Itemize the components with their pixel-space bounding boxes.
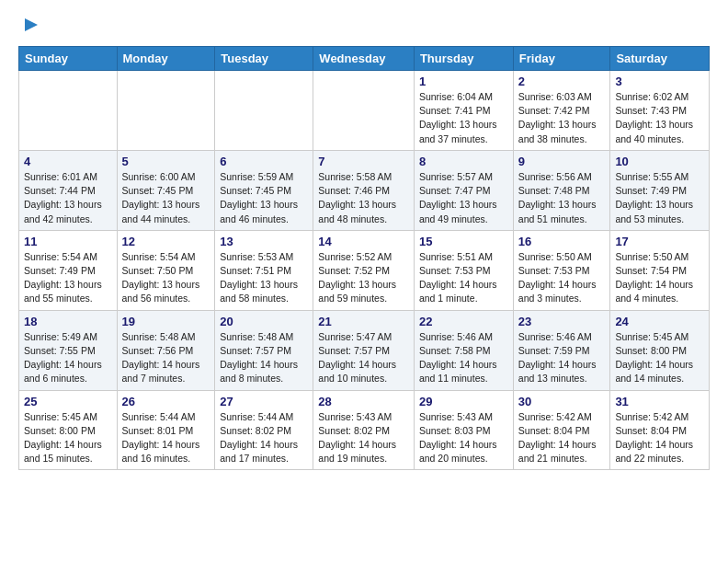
- calendar: SundayMondayTuesdayWednesdayThursdayFrid…: [18, 46, 710, 470]
- calendar-cell: 19Sunrise: 5:48 AM Sunset: 7:56 PM Dayli…: [117, 310, 215, 390]
- calendar-cell: 17Sunrise: 5:50 AM Sunset: 7:54 PM Dayli…: [610, 230, 710, 310]
- day-number: 8: [419, 155, 508, 168]
- weekday-header: Monday: [117, 47, 215, 71]
- calendar-cell: 11Sunrise: 5:54 AM Sunset: 7:49 PM Dayli…: [19, 230, 118, 310]
- calendar-week-row: 11Sunrise: 5:54 AM Sunset: 7:49 PM Dayli…: [19, 230, 710, 310]
- day-number: 7: [318, 155, 409, 168]
- day-info: Sunrise: 5:50 AM Sunset: 7:54 PM Dayligh…: [615, 250, 704, 306]
- day-number: 5: [122, 155, 210, 168]
- day-info: Sunrise: 5:54 AM Sunset: 7:50 PM Dayligh…: [122, 250, 210, 306]
- calendar-cell: 2Sunrise: 6:03 AM Sunset: 7:42 PM Daylig…: [513, 71, 610, 151]
- day-info: Sunrise: 5:47 AM Sunset: 7:57 PM Dayligh…: [318, 330, 409, 386]
- weekday-header: Saturday: [610, 47, 710, 71]
- day-info: Sunrise: 6:01 AM Sunset: 7:44 PM Dayligh…: [24, 170, 112, 226]
- calendar-cell: 24Sunrise: 5:45 AM Sunset: 8:00 PM Dayli…: [610, 310, 710, 390]
- day-number: 12: [122, 235, 210, 248]
- day-number: 25: [24, 395, 112, 408]
- weekday-header: Sunday: [19, 47, 118, 71]
- day-info: Sunrise: 5:55 AM Sunset: 7:49 PM Dayligh…: [615, 170, 704, 226]
- calendar-cell: [117, 71, 215, 151]
- calendar-cell: 13Sunrise: 5:53 AM Sunset: 7:51 PM Dayli…: [215, 230, 313, 310]
- calendar-cell: [215, 71, 313, 151]
- day-info: Sunrise: 5:42 AM Sunset: 8:04 PM Dayligh…: [518, 410, 606, 466]
- logo-text: [18, 15, 40, 35]
- day-number: 18: [24, 315, 112, 328]
- day-number: 2: [518, 75, 606, 88]
- calendar-week-row: 25Sunrise: 5:45 AM Sunset: 8:00 PM Dayli…: [19, 390, 710, 470]
- day-info: Sunrise: 5:48 AM Sunset: 7:56 PM Dayligh…: [122, 330, 210, 386]
- calendar-cell: 23Sunrise: 5:46 AM Sunset: 7:59 PM Dayli…: [513, 310, 610, 390]
- day-info: Sunrise: 5:46 AM Sunset: 7:59 PM Dayligh…: [518, 330, 606, 386]
- day-number: 24: [615, 315, 704, 328]
- day-number: 16: [518, 235, 606, 248]
- calendar-cell: 15Sunrise: 5:51 AM Sunset: 7:53 PM Dayli…: [414, 230, 513, 310]
- calendar-cell: 1Sunrise: 6:04 AM Sunset: 7:41 PM Daylig…: [414, 71, 513, 151]
- day-number: 29: [419, 395, 508, 408]
- calendar-week-row: 4Sunrise: 6:01 AM Sunset: 7:44 PM Daylig…: [19, 150, 710, 230]
- day-info: Sunrise: 5:49 AM Sunset: 7:55 PM Dayligh…: [24, 330, 112, 386]
- day-info: Sunrise: 5:44 AM Sunset: 8:01 PM Dayligh…: [122, 410, 210, 466]
- day-info: Sunrise: 6:02 AM Sunset: 7:43 PM Dayligh…: [615, 90, 704, 146]
- day-info: Sunrise: 5:59 AM Sunset: 7:45 PM Dayligh…: [220, 170, 308, 226]
- day-number: 13: [220, 235, 308, 248]
- day-number: 28: [318, 395, 409, 408]
- weekday-header: Wednesday: [313, 47, 415, 71]
- logo: [18, 15, 40, 35]
- day-number: 9: [518, 155, 606, 168]
- calendar-cell: 14Sunrise: 5:52 AM Sunset: 7:52 PM Dayli…: [313, 230, 415, 310]
- day-info: Sunrise: 5:43 AM Sunset: 8:02 PM Dayligh…: [318, 410, 409, 466]
- day-info: Sunrise: 6:00 AM Sunset: 7:45 PM Dayligh…: [122, 170, 210, 226]
- calendar-cell: 6Sunrise: 5:59 AM Sunset: 7:45 PM Daylig…: [215, 150, 313, 230]
- calendar-cell: 10Sunrise: 5:55 AM Sunset: 7:49 PM Dayli…: [610, 150, 710, 230]
- calendar-cell: [19, 71, 118, 151]
- day-info: Sunrise: 5:53 AM Sunset: 7:51 PM Dayligh…: [220, 250, 308, 306]
- day-number: 6: [220, 155, 308, 168]
- weekday-header: Tuesday: [215, 47, 313, 71]
- day-info: Sunrise: 5:45 AM Sunset: 8:00 PM Dayligh…: [24, 410, 112, 466]
- calendar-cell: 27Sunrise: 5:44 AM Sunset: 8:02 PM Dayli…: [215, 390, 313, 470]
- day-info: Sunrise: 6:04 AM Sunset: 7:41 PM Dayligh…: [419, 90, 508, 146]
- weekday-header: Thursday: [414, 47, 513, 71]
- calendar-cell: 28Sunrise: 5:43 AM Sunset: 8:02 PM Dayli…: [313, 390, 415, 470]
- svg-marker-0: [25, 18, 38, 31]
- calendar-week-row: 18Sunrise: 5:49 AM Sunset: 7:55 PM Dayli…: [19, 310, 710, 390]
- calendar-cell: 22Sunrise: 5:46 AM Sunset: 7:58 PM Dayli…: [414, 310, 513, 390]
- day-number: 17: [615, 235, 704, 248]
- day-info: Sunrise: 5:58 AM Sunset: 7:46 PM Dayligh…: [318, 170, 409, 226]
- day-info: Sunrise: 5:46 AM Sunset: 7:58 PM Dayligh…: [419, 330, 508, 386]
- calendar-header-row: SundayMondayTuesdayWednesdayThursdayFrid…: [19, 47, 710, 71]
- day-info: Sunrise: 5:44 AM Sunset: 8:02 PM Dayligh…: [220, 410, 308, 466]
- day-info: Sunrise: 5:43 AM Sunset: 8:03 PM Dayligh…: [419, 410, 508, 466]
- logo-icon: [19, 15, 40, 35]
- day-info: Sunrise: 5:51 AM Sunset: 7:53 PM Dayligh…: [419, 250, 508, 306]
- day-info: Sunrise: 5:56 AM Sunset: 7:48 PM Dayligh…: [518, 170, 606, 226]
- day-info: Sunrise: 5:45 AM Sunset: 8:00 PM Dayligh…: [615, 330, 704, 386]
- day-number: 31: [615, 395, 704, 408]
- day-number: 15: [419, 235, 508, 248]
- calendar-cell: 4Sunrise: 6:01 AM Sunset: 7:44 PM Daylig…: [19, 150, 118, 230]
- calendar-cell: [313, 71, 415, 151]
- calendar-cell: 16Sunrise: 5:50 AM Sunset: 7:53 PM Dayli…: [513, 230, 610, 310]
- calendar-cell: 31Sunrise: 5:42 AM Sunset: 8:04 PM Dayli…: [610, 390, 710, 470]
- day-number: 20: [220, 315, 308, 328]
- calendar-cell: 21Sunrise: 5:47 AM Sunset: 7:57 PM Dayli…: [313, 310, 415, 390]
- day-info: Sunrise: 5:52 AM Sunset: 7:52 PM Dayligh…: [318, 250, 409, 306]
- day-info: Sunrise: 5:48 AM Sunset: 7:57 PM Dayligh…: [220, 330, 308, 386]
- day-number: 22: [419, 315, 508, 328]
- day-info: Sunrise: 5:54 AM Sunset: 7:49 PM Dayligh…: [24, 250, 112, 306]
- page: SundayMondayTuesdayWednesdayThursdayFrid…: [0, 0, 728, 485]
- calendar-cell: 20Sunrise: 5:48 AM Sunset: 7:57 PM Dayli…: [215, 310, 313, 390]
- day-number: 23: [518, 315, 606, 328]
- calendar-cell: 12Sunrise: 5:54 AM Sunset: 7:50 PM Dayli…: [117, 230, 215, 310]
- day-info: Sunrise: 5:50 AM Sunset: 7:53 PM Dayligh…: [518, 250, 606, 306]
- day-info: Sunrise: 6:03 AM Sunset: 7:42 PM Dayligh…: [518, 90, 606, 146]
- day-number: 3: [615, 75, 704, 88]
- calendar-cell: 29Sunrise: 5:43 AM Sunset: 8:03 PM Dayli…: [414, 390, 513, 470]
- day-info: Sunrise: 5:57 AM Sunset: 7:47 PM Dayligh…: [419, 170, 508, 226]
- day-number: 4: [24, 155, 112, 168]
- calendar-cell: 26Sunrise: 5:44 AM Sunset: 8:01 PM Dayli…: [117, 390, 215, 470]
- day-number: 21: [318, 315, 409, 328]
- day-number: 19: [122, 315, 210, 328]
- calendar-cell: 9Sunrise: 5:56 AM Sunset: 7:48 PM Daylig…: [513, 150, 610, 230]
- day-info: Sunrise: 5:42 AM Sunset: 8:04 PM Dayligh…: [615, 410, 704, 466]
